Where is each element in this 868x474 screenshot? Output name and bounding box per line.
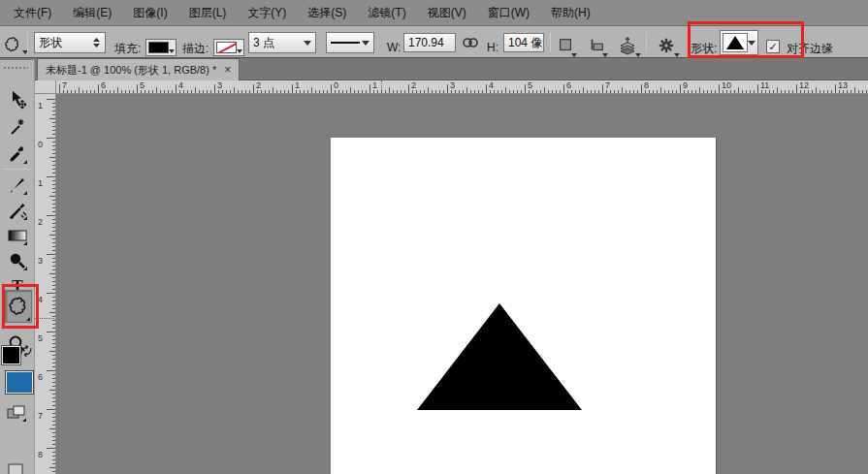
ruler-tick <box>148 90 149 93</box>
ruler-tick <box>684 90 685 93</box>
shape-height-input[interactable]: 104 像素 <box>503 33 544 52</box>
ruler-tick <box>552 90 553 93</box>
ruler-tick <box>501 90 502 93</box>
ruler-tick <box>164 90 165 93</box>
stroke-width-field[interactable]: 3 点 <box>248 32 316 53</box>
stroke-width-value: 3 点 <box>253 35 274 51</box>
ruler-tick <box>52 456 55 457</box>
brush-tool-button[interactable] <box>7 174 28 196</box>
gradient-tool-button[interactable] <box>7 225 28 246</box>
ruler-tick <box>52 180 55 181</box>
geometry-options-button[interactable] <box>655 34 678 57</box>
background-color-swatch[interactable] <box>6 371 33 394</box>
menu-item-2[interactable]: 图像(I) <box>133 5 167 21</box>
ruler-tick <box>52 169 55 170</box>
menu-item-1[interactable]: 编辑(E) <box>73 5 112 21</box>
ruler-corner[interactable] <box>35 80 56 94</box>
eyedropper-tool-button[interactable] <box>7 143 28 165</box>
ruler-tick <box>47 332 55 332</box>
horizontal-ruler[interactable]: 7654321012345678910111213 <box>56 80 868 94</box>
menu-item-9[interactable]: 帮助(H) <box>551 5 591 21</box>
document-tab[interactable]: 未标题-1 @ 100% (形状 1, RGB/8) * × <box>37 58 240 80</box>
menu-item-4[interactable]: 文字(Y) <box>247 5 286 21</box>
ruler-tick <box>52 149 55 150</box>
vertical-ruler[interactable]: 1012345678 <box>35 94 56 474</box>
ruler-tick <box>52 289 55 290</box>
ruler-tick <box>563 84 564 93</box>
quick-mask-button[interactable] <box>6 401 27 423</box>
tool-preset-button[interactable] <box>1 33 24 56</box>
stroke-label: 描边: <box>182 41 209 57</box>
ruler-tick <box>816 87 817 93</box>
ruler-number: 0 <box>38 141 43 149</box>
ruler-tick <box>49 351 55 352</box>
dodge-tool-button[interactable] <box>7 250 28 271</box>
path-operations-button[interactable] <box>554 34 577 57</box>
tool-mode-select[interactable]: 形状 <box>34 32 106 53</box>
ruler-tick <box>52 219 55 220</box>
ruler-tick <box>532 90 533 93</box>
ruler-tick <box>769 90 770 93</box>
ruler-tick <box>331 84 332 93</box>
menu-item-5[interactable]: 选择(S) <box>307 5 346 21</box>
path-arrangement-button[interactable] <box>616 34 639 57</box>
ruler-tick <box>52 246 55 247</box>
ruler-tick <box>172 90 173 93</box>
ruler-tick <box>626 90 627 93</box>
menu-item-7[interactable]: 视图(V) <box>428 5 466 21</box>
mixer-brush-tool-button[interactable] <box>7 200 28 221</box>
ruler-tick <box>517 90 518 93</box>
ruler-tick <box>52 134 55 135</box>
menu-item-0[interactable]: 文件(F) <box>14 5 51 21</box>
ruler-tick <box>401 90 402 93</box>
panel-grip[interactable] <box>3 66 28 70</box>
ruler-tick <box>699 87 700 93</box>
menu-item-6[interactable]: 滤镜(T) <box>368 5 405 21</box>
ruler-tick <box>668 90 669 93</box>
magic-wand-icon <box>8 117 27 137</box>
fill-swatch-button[interactable] <box>145 39 177 56</box>
ruler-tick <box>52 250 55 251</box>
ruler-tick <box>730 90 731 93</box>
ruler-tick <box>52 471 55 472</box>
shape-width-input[interactable]: 170.94 <box>403 33 456 52</box>
ruler-tick <box>362 90 363 93</box>
ruler-number: 13 <box>838 81 848 90</box>
foreground-color-swatch[interactable] <box>2 346 20 364</box>
swap-colors-icon[interactable] <box>19 344 33 358</box>
ruler-tick <box>649 90 650 93</box>
ruler-tick <box>404 90 405 93</box>
ruler-tick <box>52 320 55 321</box>
document-canvas[interactable] <box>331 138 716 474</box>
shape-picker-button[interactable] <box>720 30 758 55</box>
stroke-style-select[interactable] <box>326 32 374 53</box>
ruler-tick <box>52 359 55 360</box>
ruler-tick <box>52 374 55 375</box>
quick-selection-tool-button[interactable] <box>7 116 28 138</box>
ruler-tick <box>199 90 200 93</box>
ruler-tick <box>466 87 467 93</box>
spinner-arrows-icon <box>92 37 101 48</box>
stroke-swatch-button[interactable] <box>213 39 244 56</box>
ruler-tick <box>307 90 308 93</box>
align-edges-checkbox[interactable]: ✓ <box>766 40 780 53</box>
ruler-tick <box>269 90 270 93</box>
link-dimensions-button[interactable] <box>461 35 480 50</box>
screen-mode-button[interactable] <box>6 459 27 474</box>
ruler-tick <box>311 87 312 93</box>
ruler-tick <box>52 223 55 224</box>
ruler-tick <box>276 90 277 93</box>
custom-shape-tool-button[interactable] <box>5 290 32 323</box>
ruler-tick <box>327 90 328 93</box>
ruler-tick <box>416 90 417 93</box>
ruler-tick <box>726 90 727 93</box>
ruler-number: 3 <box>38 257 43 266</box>
tab-close-button[interactable]: × <box>224 63 231 77</box>
path-alignment-button[interactable] <box>585 34 608 57</box>
dropdown-arrow-icon <box>169 49 175 53</box>
solid-line-icon <box>331 41 360 45</box>
menu-item-3[interactable]: 图层(L) <box>189 5 227 21</box>
move-tool-button[interactable] <box>7 89 28 111</box>
menu-item-8[interactable]: 窗口(W) <box>488 5 530 21</box>
ruler-tick <box>47 448 55 449</box>
